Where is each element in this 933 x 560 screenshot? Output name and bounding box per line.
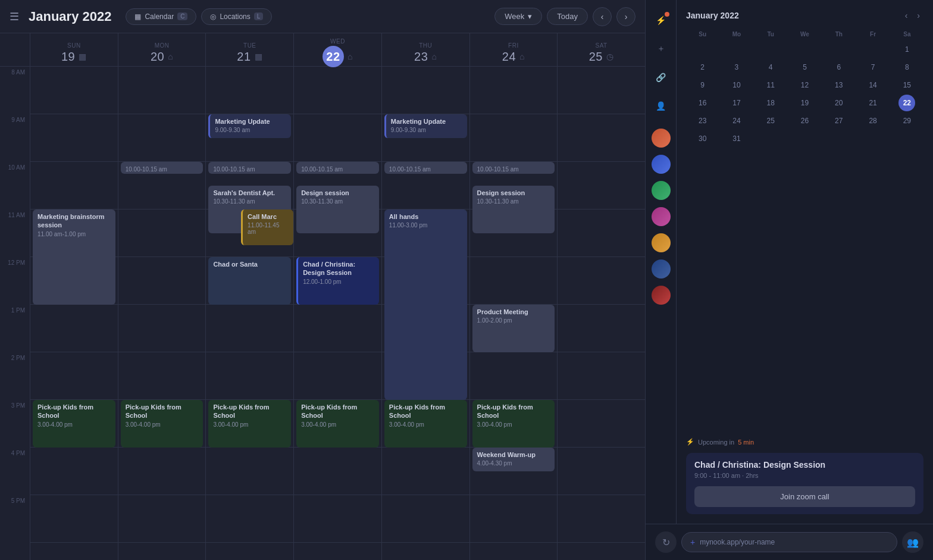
mini-cal-day[interactable]: 7: [865, 59, 881, 76]
mini-cal-day[interactable]: 2: [694, 59, 711, 76]
mini-cal-day[interactable]: 4: [762, 59, 779, 76]
mini-calendar-panel: January 2022 ‹ › SuMoTuWeThFrSa123456789…: [677, 0, 933, 426]
next-week-button[interactable]: ›: [616, 7, 635, 26]
mini-cal-day: [831, 130, 847, 147]
notifications-icon[interactable]: ⚡: [650, 10, 672, 31]
calendar-event[interactable]: Call Marc11.00-11.45 am: [241, 209, 293, 245]
calendar-event[interactable]: Marketing brainstorm session11.00 am-1.0…: [33, 209, 115, 305]
mini-cal-title: January 2022: [686, 11, 739, 20]
right-main: January 2022 ‹ › SuMoTuWeThFrSa123456789…: [677, 0, 933, 524]
mini-cal-day[interactable]: 14: [865, 77, 881, 93]
calendar-event[interactable]: Marketing Update9.00-9.30 am: [208, 114, 291, 138]
mini-cal-day[interactable]: 1: [898, 41, 915, 58]
calendar-pill[interactable]: ▦ Calendar C: [126, 8, 196, 25]
mini-cal-day[interactable]: 16: [694, 95, 711, 111]
link-pill[interactable]: + mynook.app/your-name: [681, 532, 897, 552]
day-col-mon: 10.00-10.15 amPick-up Kids from School3.…: [118, 67, 206, 560]
add-event-icon[interactable]: ＋: [650, 38, 672, 60]
mini-cal-day[interactable]: 27: [831, 112, 847, 129]
mini-cal-day[interactable]: 25: [762, 112, 779, 129]
calendar-event[interactable]: Pick-up Kids from School3.00-4.00 pm: [472, 400, 555, 448]
mini-cal-day: [898, 130, 915, 147]
mini-cal-day[interactable]: 22: [898, 95, 915, 111]
mini-cal-header: January 2022 ‹ ›: [686, 10, 923, 21]
day-col-wed: 10.00-10.15 amDesign session10.30-11.30 …: [293, 67, 381, 560]
mini-cal-day[interactable]: 3: [728, 59, 745, 76]
mini-cal-day[interactable]: 29: [898, 112, 915, 129]
mini-cal-grid: SuMoTuWeThFrSa12345678910111213141516171…: [686, 29, 923, 147]
calendar-event[interactable]: 10.00-10.15 am: [208, 162, 291, 174]
avatar-7[interactable]: [652, 286, 671, 305]
mini-cal-day[interactable]: 12: [796, 77, 813, 93]
calendar-event[interactable]: Chad / Christina: Design Session12.00-1.…: [296, 257, 379, 305]
avatar-5[interactable]: [652, 233, 671, 252]
calendar-event[interactable]: Product Meeting1.00-2.00 pm: [472, 305, 555, 352]
chevron-down-icon: ▾: [528, 12, 532, 21]
calendar-event[interactable]: Pick-up Kids from School3.00-4.00 pm: [296, 400, 379, 448]
calendar-event[interactable]: Design session10.30-11.30 am: [472, 186, 555, 233]
mini-cal-day[interactable]: 10: [728, 77, 745, 93]
mini-cal-day[interactable]: 24: [728, 112, 745, 129]
mini-cal-day[interactable]: 17: [728, 95, 745, 111]
mini-cal-day[interactable]: 18: [762, 95, 779, 111]
mini-cal-day[interactable]: 19: [796, 95, 813, 111]
day-col-sun: Marketing brainstorm session11.00 am-1.0…: [30, 67, 118, 560]
refresh-button[interactable]: ↻: [655, 531, 677, 553]
mini-cal-day[interactable]: 5: [796, 59, 813, 76]
calendar-event[interactable]: 10.00-10.15 am: [121, 162, 203, 174]
mini-cal-day[interactable]: 31: [728, 130, 745, 147]
week-view-button[interactable]: Week ▾: [494, 8, 542, 25]
right-panel: ⚡ ＋ 🔗 👤 January 2022 ‹ ›: [646, 0, 933, 560]
avatar-2[interactable]: [652, 155, 671, 174]
calendar-event[interactable]: 10.00-10.15 am: [384, 162, 467, 174]
calendar-event[interactable]: Pick-up Kids from School3.00-4.00 pm: [208, 400, 291, 448]
mini-cal-day[interactable]: 11: [762, 77, 779, 93]
upcoming-label: ⚡ Upcoming in 5 min: [686, 438, 923, 446]
mini-prev-button[interactable]: ‹: [901, 10, 912, 21]
mini-cal-day: [728, 41, 745, 58]
calendar-event[interactable]: Marketing Update9.00-9.30 am: [384, 114, 467, 138]
calendar-event[interactable]: All hands11.00-3.00 pm: [384, 209, 467, 400]
avatar-4[interactable]: [652, 207, 671, 226]
mini-cal-day[interactable]: 28: [865, 112, 881, 129]
mini-cal-day: [796, 130, 813, 147]
calendar-icon: ▦: [134, 12, 141, 21]
location-icon: ◎: [210, 12, 216, 21]
mini-cal-day[interactable]: 26: [796, 112, 813, 129]
join-zoom-button[interactable]: Join zoom call: [694, 486, 915, 507]
calendar-event[interactable]: Design session10.30-11.30 am: [296, 186, 379, 233]
mini-cal-day[interactable]: 20: [831, 95, 847, 111]
prev-week-button[interactable]: ‹: [593, 7, 612, 26]
calendar-event[interactable]: Pick-up Kids from School3.00-4.00 pm: [121, 400, 203, 448]
mini-next-button[interactable]: ›: [913, 10, 923, 21]
calendar-event[interactable]: Chad or Santa: [208, 257, 291, 305]
today-button[interactable]: Today: [547, 8, 588, 25]
upcoming-section: ⚡ Upcoming in 5 min Chad / Christina: De…: [677, 438, 933, 524]
avatar-6[interactable]: [652, 259, 671, 279]
calendar-event[interactable]: Weekend Warm-up4.00-4.30 pm: [472, 448, 555, 471]
avatar-3[interactable]: [652, 181, 671, 200]
day-type-icon: ◷: [606, 52, 614, 61]
calendar-event[interactable]: 10.00-10.15 am: [296, 162, 379, 174]
meeting-time: 9:00 - 11:00 am · 2hrs: [694, 472, 915, 479]
link-icon[interactable]: 🔗: [650, 67, 672, 88]
calendar-event[interactable]: 10.00-10.15 am: [472, 162, 555, 174]
top-right-controls: Week ▾ Today ‹ ›: [494, 7, 635, 26]
mini-cal-day[interactable]: 13: [831, 77, 847, 93]
mini-cal-day[interactable]: 8: [898, 59, 915, 76]
calendar-event[interactable]: Pick-up Kids from School3.00-4.00 pm: [384, 400, 467, 448]
mini-cal-day: [796, 41, 813, 58]
locations-pill[interactable]: ◎ Locations L: [201, 8, 272, 25]
mini-cal-day[interactable]: 9: [694, 77, 711, 93]
mini-cal-day[interactable]: 23: [694, 112, 711, 129]
top-pills: ▦ Calendar C ◎ Locations L: [126, 8, 485, 25]
mini-cal-day[interactable]: 30: [694, 130, 711, 147]
avatar-1[interactable]: [652, 129, 671, 148]
mini-cal-day[interactable]: 6: [831, 59, 847, 76]
menu-icon[interactable]: ☰: [10, 10, 19, 23]
persons-button[interactable]: 👥: [902, 531, 923, 553]
mini-cal-day[interactable]: 21: [865, 95, 881, 111]
calendar-event[interactable]: Pick-up Kids from School3.00-4.00 pm: [33, 400, 115, 448]
mini-cal-day[interactable]: 15: [898, 77, 915, 93]
people-icon[interactable]: 👤: [650, 95, 672, 117]
